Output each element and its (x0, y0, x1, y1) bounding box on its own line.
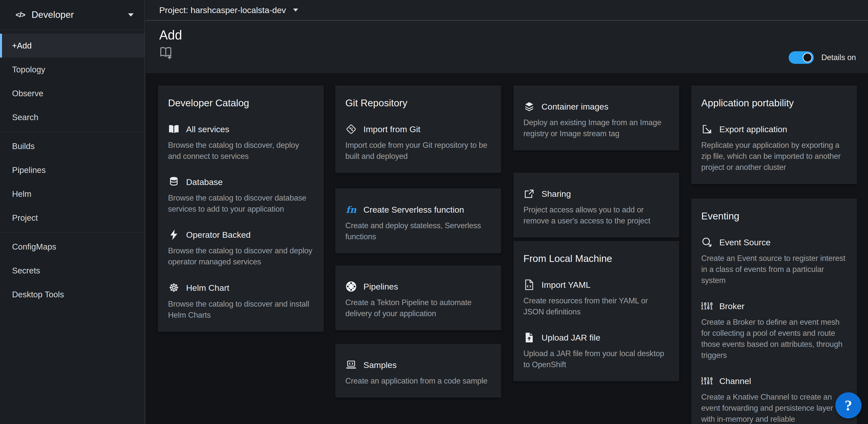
question-mark-icon: ? (845, 397, 852, 414)
card-samples: Samples Create an application from a cod… (335, 344, 501, 398)
tile-description: Project access allows you to add or remo… (523, 204, 669, 226)
broker-link[interactable]: 10101101 Broker (701, 301, 847, 312)
sidebar-item-add[interactable]: +Add (0, 34, 145, 58)
tile-description: Replicate your application by exporting … (701, 140, 847, 173)
tile-title: Broker (719, 301, 744, 312)
tile-import-from-git: Import from Git Import code from your Gi… (345, 124, 491, 162)
database-link[interactable]: Database (168, 176, 314, 188)
project-selector-label: Project: harshcasper-localsta-dev (159, 5, 286, 15)
tile-helm-chart: ☸ Helm Chart Browse the catalog to disco… (168, 282, 314, 321)
nav-group-resources: Builds Pipelines Helm Project (0, 132, 145, 232)
sidebar-nav: +Add Topology Observe Search Builds Pipe… (0, 30, 145, 309)
tile-description: Browse the catalog to discover and insta… (168, 299, 314, 321)
add-page-content: Developer Catalog All services Browse th… (146, 73, 868, 424)
laptop-code-icon (345, 360, 357, 370)
tile-description: Create resources from their YAML or JSON… (523, 295, 669, 317)
operator-backed-link[interactable]: Operator Backed (168, 229, 314, 240)
perspective-switcher[interactable]: </> Developer (0, 0, 145, 30)
bolt-icon (168, 229, 180, 240)
tile-create-serverless-function: fn Create Serverless function Create and… (345, 204, 491, 242)
perspective-label: Developer (31, 9, 122, 20)
sidebar-item-project[interactable]: Project (0, 206, 145, 230)
file-code-icon (523, 280, 535, 290)
layers-icon (523, 101, 535, 112)
page-header: Add Details on (146, 21, 868, 73)
git-icon (345, 124, 357, 134)
tile-operator-backed: Operator Backed Browse the catalog to di… (168, 229, 314, 267)
tile-title: Create Serverless function (364, 204, 464, 215)
details-toggle[interactable] (788, 51, 814, 64)
sidebar-item-desktop-tools[interactable]: Desktop Tools (0, 283, 145, 306)
upload-jar-file-link[interactable]: Upload JAR file (523, 332, 669, 343)
tile-channel: 10101101 Channel Create a Knative Channe… (701, 375, 847, 424)
tile-title: Database (186, 176, 223, 188)
project-selector[interactable]: Project: harshcasper-localsta-dev (146, 0, 868, 21)
sidebar-item-configmaps[interactable]: ConfigMaps (0, 235, 145, 259)
import-from-git-link[interactable]: Import from Git (345, 124, 491, 135)
tile-description: Create a Broker to define an event mesh … (701, 317, 847, 361)
tile-all-services: All services Browse the catalog to disco… (168, 124, 314, 162)
tile-title: Import from Git (364, 124, 421, 135)
tile-description: Create an application from a code sample (345, 375, 491, 387)
tile-container-images: Container images Deploy an existing Imag… (523, 101, 669, 139)
card-title: Application portability (701, 96, 847, 110)
tile-import-yaml: Import YAML Create resources from their … (523, 279, 669, 317)
samples-link[interactable]: Samples (345, 360, 491, 370)
card-title: Developer Catalog (168, 96, 314, 110)
toggle-knob (803, 53, 812, 62)
sidebar-item-search[interactable]: Search (0, 105, 145, 129)
card-title: Eventing (701, 209, 847, 223)
event-source-link[interactable]: Event Source (701, 237, 847, 248)
tile-description: Create and deploy stateless, Serverless … (345, 220, 491, 242)
all-services-link[interactable]: All services (168, 124, 314, 135)
sidebar-item-secrets[interactable]: Secrets (0, 259, 145, 283)
card-title: Git Repository (345, 96, 491, 110)
tile-title: Operator Backed (186, 229, 251, 240)
card-serverless-function: fn Create Serverless function Create and… (335, 189, 501, 253)
sharing-link[interactable]: Sharing (523, 188, 669, 199)
chevron-down-icon (293, 8, 298, 11)
sidebar-item-topology[interactable]: Topology (0, 58, 145, 81)
export-icon (701, 124, 713, 134)
tile-event-source: Event Source Create an Event source to r… (701, 237, 847, 286)
tile-title: Sharing (541, 188, 571, 199)
tile-database: Database Browse the catalog to discover … (168, 176, 314, 215)
tile-export-application: Export application Replicate your applic… (701, 124, 847, 173)
sidebar-item-helm[interactable]: Helm (0, 182, 145, 206)
tile-description: Deploy an existing Image from an Image r… (523, 117, 669, 139)
card-developer-catalog: Developer Catalog All services Browse th… (158, 85, 324, 332)
pipelines-link[interactable]: Pipelines (345, 281, 491, 292)
sidebar-item-builds[interactable]: Builds (0, 134, 145, 158)
tile-title: Event Source (719, 237, 771, 248)
binary-icon: 10101101 (701, 377, 713, 385)
create-serverless-function-link[interactable]: fn Create Serverless function (345, 204, 491, 215)
tile-title: Export application (719, 124, 787, 135)
export-application-link[interactable]: Export application (701, 124, 847, 135)
container-images-link[interactable]: Container images (523, 101, 669, 112)
sidebar-item-observe[interactable]: Observe (0, 81, 145, 105)
fn-icon: fn (345, 205, 357, 214)
card-title: From Local Machine (523, 252, 669, 265)
tile-description: Create an Event source to register inter… (701, 253, 847, 286)
import-yaml-link[interactable]: Import YAML (523, 279, 669, 290)
book-plus-icon[interactable] (159, 46, 173, 59)
tile-title: Helm Chart (186, 282, 229, 293)
chevron-down-icon (128, 13, 134, 17)
sidebar-item-pipelines[interactable]: Pipelines (0, 158, 145, 182)
page-title: Add (159, 21, 868, 42)
tile-title: Upload JAR file (541, 332, 600, 343)
main-area: Project: harshcasper-localsta-dev Add De… (146, 0, 868, 424)
sidebar: </> Developer +Add Topology Observe Sear… (0, 0, 145, 424)
share-icon (523, 189, 535, 199)
tile-upload-jar-file: Upload JAR file Upload a JAR file from y… (523, 332, 669, 370)
tile-title: Channel (719, 375, 751, 387)
nav-group-config: ConfigMaps Secrets Desktop Tools (0, 232, 145, 309)
helm-chart-link[interactable]: ☸ Helm Chart (168, 282, 314, 293)
tile-description: Browse the catalog to discover database … (168, 193, 314, 215)
card-git-repository: Git Repository Import from Git (335, 85, 501, 173)
channel-link[interactable]: 10101101 Channel (701, 375, 847, 387)
card-eventing: Eventing Event Source Create an Event so… (691, 199, 857, 424)
tile-description: Create a Knative Channel to create an ev… (701, 392, 847, 424)
help-button[interactable]: ? (835, 392, 862, 419)
open-book-icon (168, 124, 180, 134)
